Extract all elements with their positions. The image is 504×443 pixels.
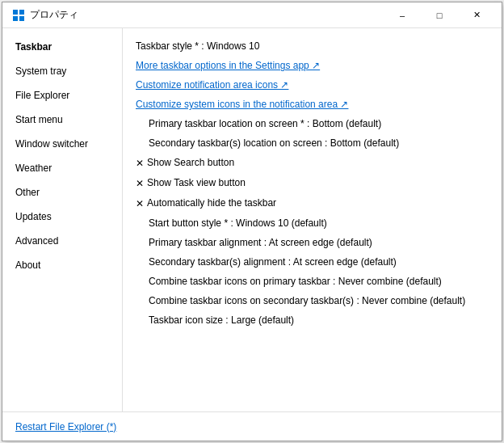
main-item-6: ✕Show Search button [136,153,489,173]
sidebar-item-window-switcher[interactable]: Window switcher [2,132,122,156]
main-item-7: ✕Show Task view button [136,173,489,193]
item-text: Automatically hide the taskbar [147,196,276,210]
window-icon [12,9,25,22]
main-item-10: Primary taskbar alignment : At screen ed… [136,233,489,252]
sidebar-item-file-explorer[interactable]: File Explorer [2,83,122,108]
sidebar-item-updates[interactable]: Updates [2,205,122,229]
sidebar: TaskbarSystem trayFile ExplorerStart men… [2,28,122,411]
main-item-1[interactable]: More taskbar options in the Settings app… [136,56,489,75]
content-area: TaskbarSystem trayFile ExplorerStart men… [2,28,502,411]
title-bar-left: プロパティ [12,8,78,22]
main-content: Taskbar style * : Windows 10More taskbar… [122,28,502,411]
main-item-11: Secondary taskbar(s) alignment : At scre… [136,252,489,272]
properties-window: プロパティ – □ ✕ TaskbarSystem trayFile Explo… [2,2,502,441]
sidebar-item-taskbar[interactable]: Taskbar [2,35,122,59]
sidebar-item-advanced[interactable]: Advanced [2,229,122,253]
main-item-2[interactable]: Customize notification area icons ↗ [136,75,489,95]
main-item-8: ✕Automatically hide the taskbar [136,193,489,213]
window-controls: – □ ✕ [384,2,495,28]
svg-rect-0 [13,10,18,15]
sidebar-item-about[interactable]: About [2,253,122,277]
window-title: プロパティ [30,8,78,22]
svg-rect-1 [19,10,24,15]
item-text: Show Search button [147,155,234,170]
x-mark-icon: ✕ [136,196,144,211]
main-item-3[interactable]: Customize system icons in the notificati… [136,95,489,114]
footer: Restart File Explorer (*) [2,411,502,441]
main-item-13: Combine taskbar icons on secondary taskb… [136,291,489,310]
svg-rect-3 [19,16,24,21]
minimize-button[interactable]: – [384,2,421,28]
main-item-0: Taskbar style * : Windows 10 [136,36,489,56]
main-item-5: Secondary taskbar(s) location on screen … [136,133,489,153]
item-text: Show Task view button [147,175,246,190]
title-bar: プロパティ – □ ✕ [2,2,502,28]
svg-rect-2 [13,16,18,21]
sidebar-item-start-menu[interactable]: Start menu [2,108,122,132]
x-mark-icon: ✕ [136,156,144,171]
sidebar-item-other[interactable]: Other [2,180,122,205]
x-mark-icon: ✕ [136,176,144,191]
sidebar-item-system-tray[interactable]: System tray [2,59,122,83]
main-item-14: Taskbar icon size : Large (default) [136,310,489,330]
close-button[interactable]: ✕ [458,2,495,28]
sidebar-item-weather[interactable]: Weather [2,156,122,180]
restart-explorer-link[interactable]: Restart File Explorer (*) [15,421,116,432]
main-item-4: Primary taskbar location on screen * : B… [136,114,489,133]
maximize-button[interactable]: □ [421,2,458,28]
main-item-12: Combine taskbar icons on primary taskbar… [136,272,489,291]
main-item-9: Start button style * : Windows 10 (defau… [136,213,489,233]
